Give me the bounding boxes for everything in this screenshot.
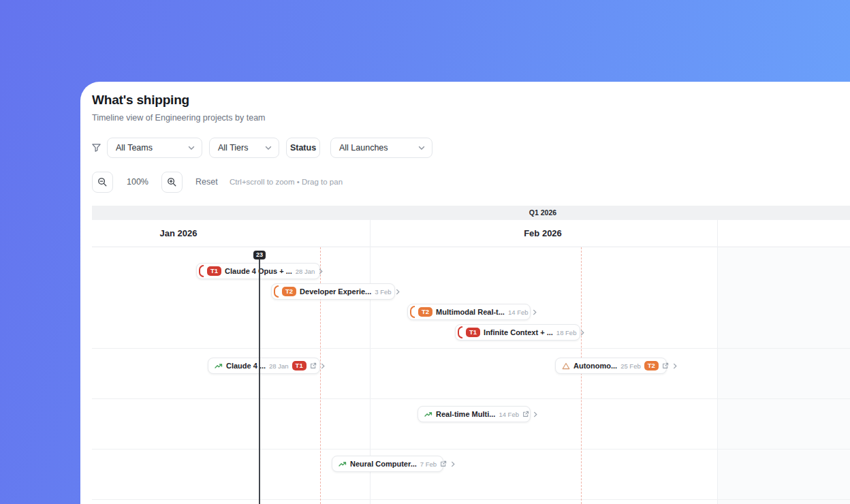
tier-badge: T1	[292, 361, 306, 371]
today-marker-badge: 23	[253, 251, 266, 259]
external-link-icon[interactable]	[662, 362, 669, 369]
teams-filter-value: All Teams	[116, 143, 153, 153]
filter-icon	[91, 142, 101, 153]
launch-date: 25 Feb	[620, 362, 641, 370]
zoom-in-button[interactable]	[161, 172, 183, 193]
launch-title: Autonomo...	[573, 362, 617, 370]
milestone-bracket-icon	[199, 265, 204, 277]
month-divider	[717, 220, 718, 504]
project-date: 28 Jan	[296, 268, 315, 275]
tier-badge: T2	[282, 287, 296, 296]
tier-badge: T2	[644, 361, 659, 371]
today-line	[259, 259, 260, 504]
filter-bar: All Teams All Tiers Status All Launches	[80, 138, 850, 158]
launches-filter-dropdown[interactable]: All Launches	[330, 138, 432, 158]
tier-badge: T1	[207, 266, 221, 276]
deadline-dashed-line	[581, 247, 582, 504]
project-title: Infinite Context + ...	[484, 328, 553, 336]
launch-date: 28 Jan	[269, 362, 289, 370]
march-column-tint	[717, 247, 850, 504]
chevron-right-icon[interactable]	[672, 363, 678, 369]
reset-zoom-button[interactable]: Reset	[195, 177, 218, 187]
page-subtitle: Timeline view of Engineering projects by…	[92, 113, 266, 123]
chevron-down-icon	[418, 146, 425, 151]
milestone-bracket-icon	[410, 306, 415, 318]
milestone-bracket-icon	[458, 326, 462, 338]
warning-triangle-icon	[562, 362, 570, 370]
tiers-filter-value: All Tiers	[218, 143, 248, 153]
launch-card[interactable]: Autonomo... 25 Feb T2	[555, 358, 667, 374]
row-divider	[92, 449, 850, 450]
row-divider	[92, 499, 850, 500]
launch-date: 7 Feb	[420, 460, 437, 468]
status-filter-button[interactable]: Status	[286, 138, 320, 158]
tier-badge: T1	[466, 328, 480, 337]
trend-up-icon	[215, 362, 223, 370]
chevron-down-icon	[188, 146, 195, 151]
trend-up-icon	[424, 411, 432, 418]
project-card[interactable]: T2 Developer Experie... 3 Feb	[271, 283, 395, 300]
content-panel: What's shipping Timeline view of Enginee…	[80, 82, 850, 504]
project-card[interactable]: T2 Multimodal Real-t... 14 Feb	[407, 304, 531, 320]
project-card[interactable]: T1 Claude 4 Opus + ... 28 Jan	[196, 263, 320, 279]
chevron-right-icon[interactable]	[395, 289, 400, 295]
quarter-header-bar: Q1 2026	[92, 206, 850, 220]
zoom-out-icon	[97, 177, 108, 187]
zoom-level: 100%	[122, 177, 153, 187]
chevron-right-icon[interactable]	[318, 268, 324, 274]
page-title: What's shipping	[92, 93, 189, 108]
project-date: 18 Feb	[556, 329, 577, 336]
zoom-in-icon	[167, 177, 177, 187]
chevron-down-icon	[265, 146, 272, 151]
month-header-row: Jan 2026 Feb 2026	[92, 220, 850, 247]
external-link-icon[interactable]	[310, 362, 317, 369]
project-date: 3 Feb	[375, 288, 391, 296]
chevron-right-icon[interactable]	[580, 330, 585, 336]
milestone-bracket-icon	[274, 285, 279, 298]
tiers-filter-dropdown[interactable]: All Tiers	[209, 138, 279, 158]
launch-card[interactable]: Real-time Multi... 14 Feb	[418, 406, 531, 422]
tier-badge: T2	[418, 307, 432, 317]
month-label-jan: Jan 2026	[160, 228, 198, 238]
row-divider	[92, 348, 850, 349]
chevron-right-icon[interactable]	[450, 461, 456, 467]
row-divider	[92, 398, 850, 399]
launches-filter-value: All Launches	[339, 143, 388, 153]
project-date: 14 Feb	[508, 309, 529, 316]
chevron-right-icon[interactable]	[533, 411, 538, 418]
launch-title: Real-time Multi...	[436, 410, 495, 418]
trend-up-icon	[339, 460, 347, 468]
timeline-canvas[interactable]: Q1 2026 Jan 2026 Feb 2026 23 T1 Claude 4…	[92, 206, 850, 504]
launch-card[interactable]: Claude 4 ... 28 Jan T1	[208, 358, 320, 374]
quarter-label: Q1 2026	[529, 208, 556, 217]
chevron-right-icon[interactable]	[320, 363, 326, 369]
chevron-right-icon[interactable]	[532, 309, 537, 315]
zoom-out-button[interactable]	[92, 172, 113, 193]
external-link-icon[interactable]	[522, 411, 529, 418]
teams-filter-dropdown[interactable]: All Teams	[107, 138, 202, 158]
project-title: Multimodal Real-t...	[436, 308, 505, 316]
launch-title: Neural Computer...	[350, 460, 417, 468]
launch-card[interactable]: Neural Computer... 7 Feb	[332, 456, 443, 472]
external-link-icon[interactable]	[440, 460, 447, 467]
status-filter-label: Status	[290, 143, 316, 153]
zoom-toolbar: 100% Reset Ctrl+scroll to zoom • Drag to…	[80, 172, 850, 193]
project-card[interactable]: T1 Infinite Context + ... 18 Feb	[455, 324, 580, 341]
launch-date: 14 Feb	[499, 411, 519, 418]
month-label-feb: Feb 2026	[524, 228, 562, 238]
zoom-hint-text: Ctrl+scroll to zoom • Drag to pan	[230, 178, 343, 186]
project-title: Developer Experie...	[300, 287, 371, 296]
